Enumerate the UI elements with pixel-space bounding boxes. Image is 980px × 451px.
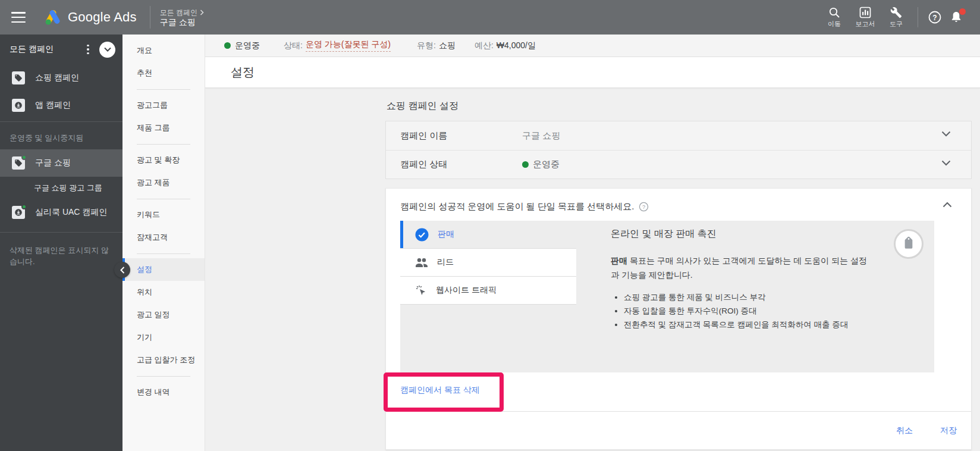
nav-item-overview[interactable]: 개요 — [122, 39, 205, 62]
chevron-down-icon[interactable] — [941, 160, 951, 166]
nav-item-audiences[interactable]: 잠재고객 — [122, 226, 205, 249]
page-title-bar: 설정 — [205, 57, 980, 88]
goal-options-list: 판매 리드 — [400, 221, 576, 305]
google-ads-logo-icon — [45, 10, 61, 26]
state-value[interactable]: 운영 가능(잘못된 구성) — [306, 39, 391, 52]
campaign-status-row[interactable]: 캠페인 상태 운영중 — [386, 150, 971, 178]
nav-item-locations[interactable]: 위치 — [122, 281, 205, 303]
nav-item-settings[interactable]: 설정 — [122, 258, 205, 281]
campaign-nav: 개요 추천 광고그룹 제품 그룹 광고 및 확장 광고 제품 키워드 잠재고객 … — [122, 35, 205, 451]
shopping-tag-icon — [12, 71, 25, 84]
wrench-icon — [890, 7, 902, 18]
search-icon — [828, 7, 840, 18]
tap-click-icon — [415, 284, 427, 296]
deleted-campaigns-note: 삭제된 캠페인은 표시되지 않습니다. — [0, 235, 122, 267]
nav-divider — [137, 144, 190, 145]
chevron-right-icon — [200, 10, 205, 15]
sidebar-divider — [0, 121, 122, 122]
goal-option-leads[interactable]: 리드 — [400, 249, 576, 277]
svg-text:?: ? — [642, 204, 645, 210]
sidebar-item-label: 실리쿡 UAC 캠페인 — [35, 207, 107, 218]
goal-detail: 온라인 및 매장 판매 촉진 판매 목표는 구매 의사가 있는 고객에게 도달하… — [611, 228, 890, 331]
campaign-sidebar: 모든 캠페인 쇼핑 캠페인 앱 캠페인 운영중 및 일시중지됨 구글 쇼핑 구글… — [0, 35, 122, 451]
more-options-icon[interactable] — [83, 44, 93, 55]
sidebar-item-label: 앱 캠페인 — [35, 100, 71, 111]
sidebar-item-shopping-campaign[interactable]: 쇼핑 캠페인 — [0, 64, 122, 92]
sidebar-item-uac-campaign[interactable]: 실리쿡 UAC 캠페인 — [0, 199, 122, 226]
top-app-bar: Google Ads 모든 캠페인 구글 쇼핑 이동 보고서 도구 ? — [0, 0, 980, 35]
cancel-button[interactable]: 취소 — [896, 425, 913, 436]
goal-benefit-list: 쇼핑 광고를 통한 제품 및 비즈니스 부각 자동 입찰을 통한 투자수익(RO… — [624, 290, 890, 331]
goal-footer: 취소 저장 — [386, 412, 971, 449]
nav-item-recommendations[interactable]: 추천 — [122, 62, 205, 84]
goal-prompt: 캠페인의 성공적 운영에 도움이 될 단일 목표를 선택하세요. ? — [400, 201, 649, 212]
status-green-dot — [522, 161, 529, 168]
sidebar-item-app-campaign[interactable]: 앱 캠페인 — [0, 92, 122, 119]
goal-selection-panel: 판매 리드 — [400, 221, 934, 372]
campaign-name-row[interactable]: 캠페인 이름 구글 쇼핑 — [386, 121, 971, 150]
budget-value: ₩4,000/일 — [497, 40, 536, 51]
breadcrumb: 모든 캠페인 구글 쇼핑 — [160, 8, 205, 27]
nav-item-ads-extensions[interactable]: 광고 및 확장 — [122, 149, 205, 171]
chevron-up-icon[interactable] — [943, 202, 952, 208]
type-label: 유형: — [417, 40, 436, 51]
nav-item-ad-schedule[interactable]: 광고 일정 — [122, 303, 205, 326]
search-button[interactable]: 이동 — [819, 7, 850, 29]
reports-button[interactable]: 보고서 — [850, 7, 881, 29]
collapse-nav-button[interactable] — [114, 262, 130, 278]
people-icon — [415, 257, 428, 268]
chevron-down-icon[interactable] — [941, 131, 951, 137]
header-actions: 이동 보고서 도구 ? — [819, 7, 967, 29]
chevron-left-icon — [120, 267, 125, 274]
goal-detail-description: 판매 목표는 구매 의사가 있는 고객에게 도달하는 데 도움이 되는 설정 과… — [611, 253, 872, 282]
sidebar-divider — [0, 232, 122, 233]
sidebar-item-label: 쇼핑 캠페인 — [35, 73, 79, 83]
breadcrumb-parent[interactable]: 모든 캠페인 — [160, 8, 205, 17]
svg-text:?: ? — [932, 14, 937, 22]
sidebar-section-label: 운영중 및 일시중지됨 — [0, 124, 122, 149]
remove-goal-link[interactable]: 캠페인에서 목표 삭제 — [400, 385, 480, 396]
sidebar-item-label: 구글 쇼핑 — [35, 158, 71, 168]
nav-item-keywords[interactable]: 키워드 — [122, 203, 205, 226]
save-button[interactable]: 저장 — [940, 425, 957, 436]
main-area: 운영중 상태: 운영 가능(잘못된 구성) 유형: 쇼핑 예산: ₩4,000/… — [205, 35, 980, 451]
goal-benefit-item: 쇼핑 광고를 통한 제품 및 비즈니스 부각 — [624, 290, 890, 304]
settings-content: 쇼핑 캠페인 설정 캠페인 이름 구글 쇼핑 캠페인 상태 운영중 — [205, 88, 980, 451]
notifications-button[interactable] — [946, 7, 967, 28]
budget-label: 예산: — [475, 40, 494, 51]
campaign-settings-card: 캠페인 이름 구글 쇼핑 캠페인 상태 운영중 — [385, 121, 972, 179]
product-name: Google Ads — [68, 10, 137, 25]
tools-button[interactable]: 도구 — [881, 7, 912, 29]
goal-detail-title: 온라인 및 매장 판매 촉진 — [611, 228, 890, 240]
nav-item-devices[interactable]: 기기 — [122, 326, 205, 349]
nav-item-advanced-bid-adj[interactable]: 고급 입찰가 조정 — [122, 349, 205, 371]
tag-icon — [899, 234, 918, 253]
app-campaign-icon — [12, 99, 25, 112]
nav-item-ad-products[interactable]: 광고 제품 — [122, 171, 205, 194]
row-label: 캠페인 상태 — [400, 159, 522, 170]
sidebar-item-google-shopping[interactable]: 구글 쇼핑 — [0, 149, 122, 177]
help-button[interactable]: ? — [924, 7, 946, 28]
selected-check-icon — [415, 228, 429, 242]
status-green-dot — [224, 42, 231, 49]
enabled-status-dot — [21, 204, 27, 209]
goal-option-website-traffic[interactable]: 웹사이트 트래픽 — [400, 277, 576, 305]
menu-icon[interactable] — [11, 12, 26, 23]
help-icon[interactable]: ? — [639, 202, 649, 212]
header-divider — [150, 6, 150, 29]
nav-item-product-groups[interactable]: 제품 그룹 — [122, 117, 205, 139]
goal-option-sales[interactable]: 판매 — [400, 221, 576, 249]
collapse-panel-button[interactable] — [99, 42, 115, 58]
section-title: 쇼핑 캠페인 설정 — [387, 100, 458, 112]
nav-item-ad-groups[interactable]: 광고그룹 — [122, 94, 205, 117]
campaign-status-bar: 운영중 상태: 운영 가능(잘못된 구성) 유형: 쇼핑 예산: ₩4,000/… — [205, 35, 980, 57]
notification-badge — [959, 8, 966, 15]
google-ads-logo[interactable]: Google Ads — [45, 10, 137, 26]
sidebar-item-google-shopping-ad-group[interactable]: 구글 쇼핑 광고 그룹 — [0, 177, 122, 199]
chevron-down-icon — [104, 47, 111, 52]
nav-item-change-history[interactable]: 변경 내역 — [122, 381, 205, 403]
goal-benefit-item: 전환추적 및 잠재고객 목록으로 캠페인을 최적화하여 매출 증대 — [624, 318, 890, 331]
goal-option-label: 웹사이트 트래픽 — [436, 285, 497, 296]
breadcrumb-current[interactable]: 구글 쇼핑 — [160, 17, 205, 27]
goal-option-label: 리드 — [437, 257, 454, 268]
